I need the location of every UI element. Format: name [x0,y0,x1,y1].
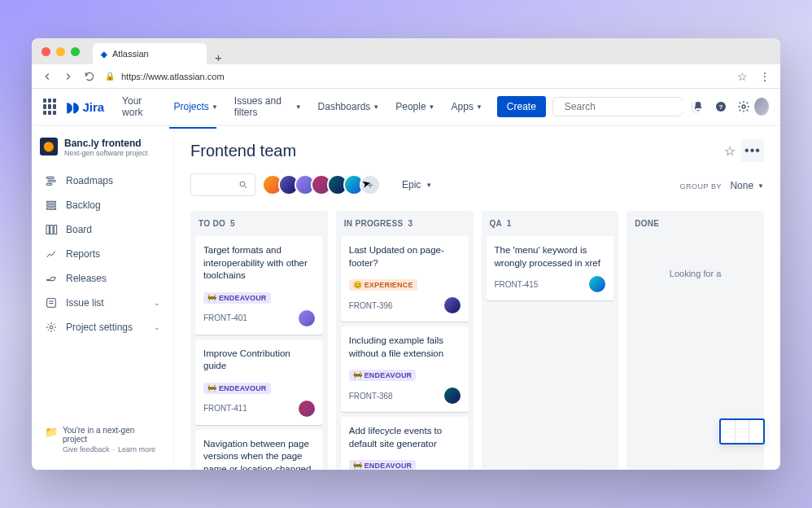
project-header[interactable]: 🟠 Banc.ly frontend Next-gen software pro… [40,138,165,157]
browser-actions: ☆ ⋮ [737,70,771,83]
jira-glyph-icon: ◗◗ [66,99,79,115]
back-button[interactable] [41,71,53,82]
chevron-down-icon: ▼ [757,182,764,190]
sidebar-item-label: Reports [66,248,100,260]
browser-tab-active[interactable]: ◆ Atlassian [93,43,207,64]
sidebar-item-label: Backlog [66,199,101,211]
sidebar-item-backlog[interactable]: Backlog [40,193,165,217]
new-tab-button[interactable]: + [207,50,230,64]
sidebar-item-issue-list[interactable]: Issue list⌄ [40,291,165,315]
help-icon[interactable]: ? [714,98,728,116]
close-window-button[interactable] [41,47,50,56]
sidebar-item-label: Releases [66,273,107,284]
star-board-button[interactable]: ☆ [718,139,741,162]
assignee-avatar[interactable] [589,276,605,292]
nav-your-work[interactable]: Your work [116,90,164,123]
svg-point-3 [742,105,745,108]
svg-point-14 [50,326,53,329]
epic-tag: 🚧 ENDEAVOUR [203,292,271,304]
groupby-label: GROUP BY [680,182,722,190]
settings-gear-icon[interactable] [736,98,751,116]
search-input[interactable] [565,101,687,112]
issue-card[interactable]: Including example fails without a file e… [341,326,469,412]
chevron-down-icon: ▼ [295,103,302,111]
app-content: 🟠 Banc.ly frontend Next-gen software pro… [32,126,780,470]
info-folder-icon: 📁 [45,426,58,438]
issue-card[interactable]: Target formats and interoperability with… [195,236,323,335]
epic-filter-label: Epic [402,179,421,190]
nav-apps[interactable]: Apps▼ [445,96,489,117]
issue-card[interactable]: Add lifecycle events to default site gen… [341,417,469,470]
bookmark-star-icon[interactable]: ☆ [737,70,748,83]
issue-card[interactable]: Last Updated on page-footer?😊 EXPERIENCE… [341,236,469,322]
assignee-avatar[interactable] [444,297,461,313]
groupby-dropdown[interactable]: None ▼ [730,180,764,191]
nav-dashboards[interactable]: Dashboards▼ [312,96,386,117]
browser-window: ◆ Atlassian + 🔒 https://www.atlassian.co… [32,38,780,470]
issue-key: FRONT-415 [495,280,539,289]
board-more-actions[interactable]: ••• [741,139,764,162]
assignee-avatar[interactable] [299,310,315,326]
column-header: TO DO 5 [195,219,323,228]
card-title: Last Updated on page-footer? [349,244,461,269]
minimize-window-button[interactable] [56,47,65,56]
chevron-down-icon: ▼ [429,103,435,111]
sidebar-item-label: Board [66,224,92,235]
epic-tag: 🚧 ENDEAVOUR [349,370,417,381]
chevron-down-icon: ▼ [212,103,218,111]
learn-more-link[interactable]: Learn more [118,445,155,453]
sidebar-item-project-settings[interactable]: Project settings⌄ [40,315,165,339]
give-feedback-link[interactable]: Give feedback [63,445,110,453]
card-title: The 'menu' keyword is wrongly processed … [495,244,606,269]
nav-people[interactable]: People▼ [389,96,441,117]
nav-projects[interactable]: Projects▼ [168,96,225,117]
issue-key: FRONT-396 [349,301,393,310]
nav-issues-filters[interactable]: Issues and filters▼ [228,90,308,123]
reload-button[interactable] [84,71,95,82]
assignee-avatar[interactable] [299,401,315,417]
url-text: https://www.atlassian.com [121,72,225,81]
sidebar-item-board[interactable]: Board [40,217,165,242]
tab-title: Atlassian [112,49,149,59]
svg-rect-4 [46,177,54,178]
maximize-window-button[interactable] [71,47,80,56]
column-config-button[interactable] [719,418,765,444]
issue-key: FRONT-401 [203,313,247,322]
browser-menu-icon[interactable]: ⋮ [759,70,771,83]
forward-button[interactable] [63,71,74,82]
issue-card[interactable]: The 'menu' keyword is wrongly processed … [487,236,614,300]
issue-card[interactable]: Navigation between page versions when th… [195,430,323,470]
svg-rect-10 [46,226,49,234]
sidebar-item-reports[interactable]: Reports [40,242,165,266]
board-header: Frontend team ☆ ••• [190,139,764,162]
board-filters: + Epic ▼ GROUP BY None ▼ [190,173,764,196]
sidebar-item-releases[interactable]: Releases [40,266,165,291]
jira-top-nav: ◗◗ Jira Your work Projects▼ Issues and f… [32,89,780,126]
epic-filter-dropdown[interactable]: Epic ▼ [394,175,440,195]
sidebar-item-roadmaps[interactable]: Roadmaps [40,169,165,193]
svg-rect-8 [47,204,56,206]
assignee-filter[interactable]: + [262,174,381,195]
search-icon [238,180,248,190]
column-header: IN PROGRESS 3 [341,219,469,228]
user-avatar[interactable] [754,98,769,116]
create-button[interactable]: Create [497,96,546,117]
browser-tab-strip: ◆ Atlassian + [93,38,230,64]
favicon-atlassian: ◆ [101,50,107,59]
sidebar-item-label: Issue list [66,297,104,309]
global-search[interactable]: / [552,97,683,116]
jira-logo[interactable]: ◗◗ Jira [66,99,104,115]
card-title: Target formats and interoperability with… [203,244,315,282]
url-display[interactable]: 🔒 https://www.atlassian.com [105,72,727,81]
notifications-icon[interactable] [691,98,705,116]
issue-card[interactable]: Improve Contribution guide🚧 ENDEAVOURFRO… [195,339,323,425]
svg-rect-12 [54,226,56,234]
add-assignee-button[interactable]: + [360,174,381,195]
issue-key: FRONT-368 [349,392,393,401]
app-switcher-icon[interactable] [43,99,56,115]
project-name: Banc.ly frontend [64,138,148,149]
column-header: DONE [631,219,759,228]
assignee-avatar[interactable] [444,388,461,404]
board-search[interactable] [190,173,255,196]
project-avatar-icon: 🟠 [40,138,58,155]
